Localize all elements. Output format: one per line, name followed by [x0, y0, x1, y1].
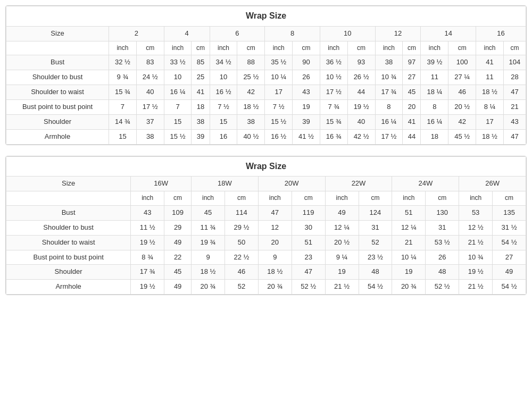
data-row-2: Shoulder to waist15 ¾4016 ¼4116 ½4217431…	[6, 85, 526, 100]
cell-3-3: 22 ½	[225, 250, 258, 265]
cell-5-9: 42 ½	[347, 129, 375, 144]
cm-label: cm	[293, 41, 320, 55]
cell-4-11: 49	[493, 265, 526, 280]
cell-4-7: 39	[293, 114, 320, 129]
row-label-4: Shoulder	[6, 265, 131, 280]
cell-4-3: 46	[225, 265, 258, 280]
table2-size-row: Size16W18W20W22W24W26W	[6, 177, 526, 191]
cell-4-2: 18 ½	[192, 265, 225, 280]
cm-label: cm	[448, 41, 476, 55]
cell-0-6: 35 ½	[265, 55, 293, 70]
cell-2-8: 21	[392, 235, 426, 250]
cell-4-2: 15	[164, 114, 192, 129]
size-12: 12	[375, 26, 421, 41]
cell-5-6: 16 ½	[265, 129, 293, 144]
cell-3-1: 22	[164, 250, 192, 265]
row-label-2: Shoulder to waist	[6, 85, 109, 100]
cell-2-9: 44	[347, 85, 375, 100]
cell-1-0: 9 ¾	[109, 70, 137, 85]
table1: Wrap SizeSize246810121416inchcminchcminc…	[6, 6, 526, 145]
cell-1-10: 10 ¾	[375, 70, 403, 85]
cell-4-12: 16 ¼	[421, 114, 448, 129]
cell-1-6: 12 ¼	[325, 220, 359, 235]
cell-3-6: 9 ¼	[325, 250, 359, 265]
size-14: 14	[421, 26, 476, 41]
cell-5-1: 38	[136, 129, 164, 144]
size-8: 8	[265, 26, 320, 41]
inch-label: inch	[392, 191, 426, 206]
cell-0-3: 85	[192, 55, 210, 70]
cell-4-10: 16 ¼	[375, 114, 403, 129]
cell-1-8: 12 ¼	[392, 220, 426, 235]
cell-0-13: 100	[448, 55, 476, 70]
cell-3-13: 20 ½	[448, 99, 476, 114]
cell-5-1: 49	[164, 280, 192, 295]
cell-1-11: 27	[403, 70, 421, 85]
cell-5-9: 52 ½	[426, 280, 459, 295]
cell-3-14: 8 ¼	[476, 99, 504, 114]
inch-label: inch	[476, 41, 504, 55]
cell-4-6: 15 ½	[265, 114, 293, 129]
cm-label: cm	[359, 191, 392, 206]
cell-3-7: 23 ½	[359, 250, 392, 265]
cell-0-15: 104	[503, 55, 526, 70]
cell-0-1: 109	[164, 205, 192, 220]
cell-0-6: 49	[325, 205, 359, 220]
cell-4-11: 41	[403, 114, 421, 129]
data-row-4: Shoulder14 ¾371538153815 ½3915 ¾4016 ¼41…	[6, 114, 526, 129]
cell-3-8: 10 ¼	[392, 250, 426, 265]
size-4: 4	[164, 26, 210, 41]
inch-label: inch	[131, 191, 164, 206]
cell-2-5: 51	[292, 235, 325, 250]
cell-0-7: 124	[359, 205, 392, 220]
cell-3-3: 18	[192, 99, 210, 114]
cell-5-6: 21 ½	[325, 280, 359, 295]
cell-4-5: 38	[237, 114, 265, 129]
cell-5-8: 20 ¾	[392, 280, 426, 295]
cm-label: cm	[225, 191, 258, 206]
table1-title: Wrap Size	[6, 6, 526, 27]
cell-1-11: 31 ½	[493, 220, 526, 235]
inch-label: inch	[192, 191, 225, 206]
cm-label: cm	[237, 41, 265, 55]
cell-5-8: 16 ¾	[320, 129, 347, 144]
cell-3-6: 7 ½	[265, 99, 293, 114]
row-label-1: Shoulder to bust	[6, 70, 109, 85]
cell-2-4: 20	[258, 235, 292, 250]
cm-label: cm	[347, 41, 375, 55]
cell-1-9: 31	[426, 220, 459, 235]
cell-0-0: 32 ½	[109, 55, 137, 70]
cell-2-12: 18 ¼	[421, 85, 448, 100]
cell-4-5: 47	[292, 265, 325, 280]
cell-3-7: 19	[293, 99, 320, 114]
cell-1-9: 26 ½	[347, 70, 375, 85]
row-label-4: Shoulder	[6, 114, 109, 129]
cell-3-4: 7 ½	[210, 99, 237, 114]
cell-3-5: 23	[292, 250, 325, 265]
cell-4-14: 17	[476, 114, 504, 129]
cell-2-1: 40	[136, 85, 164, 100]
cm-label: cm	[292, 191, 325, 206]
cell-0-11: 135	[493, 205, 526, 220]
cell-5-4: 16	[210, 129, 237, 144]
cell-3-1: 17 ½	[136, 99, 164, 114]
cell-2-3: 50	[225, 235, 258, 250]
cell-0-14: 41	[476, 55, 504, 70]
cell-3-4: 9	[258, 250, 292, 265]
cell-3-0: 8 ¾	[131, 250, 164, 265]
cell-1-3: 29 ½	[225, 220, 258, 235]
row-label-2: Shoulder to waist	[6, 235, 131, 250]
cell-0-3: 114	[225, 205, 258, 220]
cell-4-9: 48	[426, 265, 459, 280]
cell-4-4: 15	[210, 114, 237, 129]
cell-4-15: 43	[503, 114, 526, 129]
inch-label: inch	[164, 41, 192, 55]
cell-2-10: 21 ½	[459, 235, 493, 250]
cell-3-0: 7	[109, 99, 137, 114]
inch-label: inch	[109, 41, 137, 55]
inch-label: inch	[210, 41, 237, 55]
cell-5-14: 18 ½	[476, 129, 504, 144]
data-row-3: Bust point to bust point8 ¾22922 ½9239 ¼…	[6, 250, 526, 265]
cell-4-9: 40	[347, 114, 375, 129]
cell-1-5: 25 ½	[237, 70, 265, 85]
